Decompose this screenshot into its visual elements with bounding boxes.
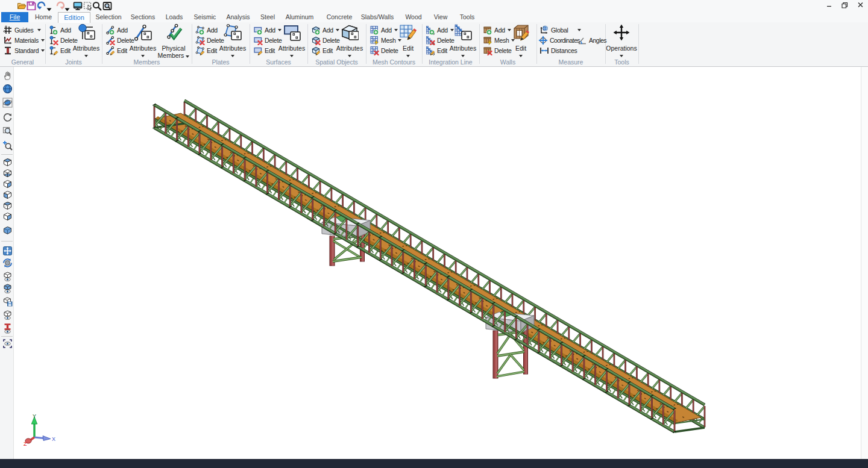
svg-text:Z: Z: [24, 441, 27, 447]
svg-text:Y: Y: [33, 413, 36, 419]
svg-text:X: X: [52, 436, 55, 442]
